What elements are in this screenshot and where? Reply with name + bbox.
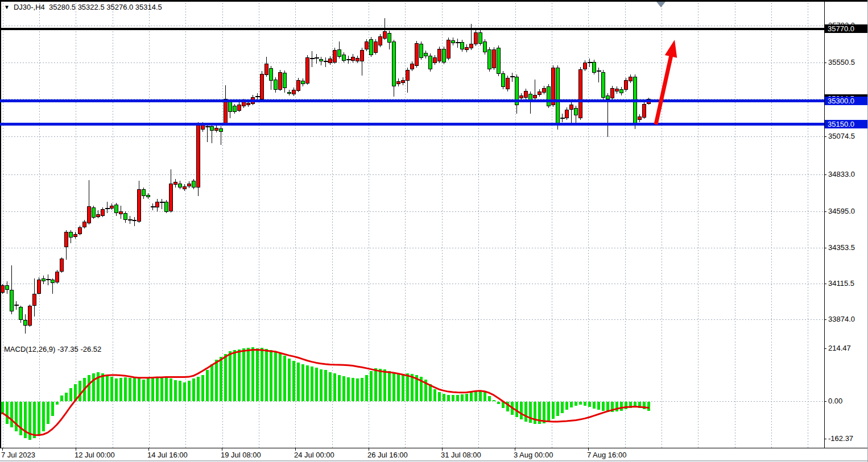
macd-histogram-bar xyxy=(28,402,31,440)
candle-body xyxy=(224,99,228,124)
macd-histogram-bar xyxy=(74,384,77,401)
time-label: 14 Jul 16:00 xyxy=(147,451,188,459)
candle-body xyxy=(583,63,587,69)
level-line-35770.0[interactable] xyxy=(0,28,824,30)
candle-body xyxy=(23,320,27,326)
candle-body xyxy=(260,74,264,99)
time-label: 7 Aug 16:00 xyxy=(587,451,626,459)
macd-histogram-bar xyxy=(361,378,363,401)
macd-histogram-bar xyxy=(552,402,555,419)
macd-histogram-bar xyxy=(502,402,505,408)
frame-border-bottom xyxy=(0,460,868,461)
time-label: 24 Jul 00:00 xyxy=(294,451,334,459)
main-chart-plot[interactable]: ▼DJ30-,H4 35280.5 35322.5 35276.0 35314.… xyxy=(0,0,824,339)
macd-v-gridline xyxy=(662,342,662,448)
macd-v-gridline xyxy=(698,342,698,448)
macd-histogram-bar xyxy=(615,402,618,411)
candle-body xyxy=(69,232,73,238)
v-gridline xyxy=(808,0,808,339)
trend-arrow[interactable] xyxy=(656,40,677,124)
v-gridline xyxy=(222,0,223,339)
candle-body xyxy=(360,50,364,61)
candle-body xyxy=(196,124,200,188)
macd-histogram-bar xyxy=(224,354,227,401)
candle-body xyxy=(123,213,127,220)
macd-histogram-bar xyxy=(279,353,282,401)
macd-histogram-bar xyxy=(256,348,259,401)
h-gridline xyxy=(0,26,824,26)
macd-histogram-bar xyxy=(311,367,313,401)
price-axis[interactable]: 35792.035550.535074.534833.034595.034353… xyxy=(824,0,868,448)
macd-histogram-bar xyxy=(474,390,477,401)
macd-histogram-bar xyxy=(333,373,336,401)
candle-body xyxy=(51,280,55,283)
macd-histogram-bar xyxy=(452,395,454,401)
v-gridline xyxy=(515,0,516,339)
candle-body xyxy=(178,184,182,188)
macd-histogram-bar xyxy=(1,402,4,414)
macd-histogram-bar xyxy=(456,395,459,401)
candle-body xyxy=(183,186,187,189)
macd-histogram-bar xyxy=(142,380,145,401)
macd-histogram-bar xyxy=(78,381,81,401)
candle-body xyxy=(5,285,9,290)
candle-body xyxy=(1,285,5,293)
candle-body xyxy=(501,73,505,87)
macd-histogram-bar xyxy=(160,377,163,401)
v-gridline xyxy=(295,0,296,339)
macd-v-gridline xyxy=(515,342,516,448)
candle-body xyxy=(219,128,223,132)
axis-border xyxy=(824,0,825,448)
macd-axis-label: 0.00 xyxy=(828,397,842,405)
macd-histogram-bar xyxy=(183,382,186,401)
candle-body xyxy=(142,189,146,196)
candle-doji xyxy=(160,202,164,203)
macd-histogram-bar xyxy=(643,402,646,409)
macd-histogram-bar xyxy=(488,396,491,401)
macd-v-gridline xyxy=(332,342,333,448)
level-line-35300.0[interactable] xyxy=(0,99,824,102)
time-axis[interactable]: 7 Jul 202312 Jul 00:0014 Jul 16:0019 Jul… xyxy=(0,448,868,461)
h-gridline xyxy=(0,136,824,137)
macd-histogram-bar xyxy=(597,402,600,410)
candle-body xyxy=(114,205,118,213)
candle-body xyxy=(82,222,86,227)
macd-histogram-bar xyxy=(6,402,9,424)
candle-body xyxy=(228,101,232,112)
macd-histogram-bar xyxy=(329,372,332,401)
candle-body xyxy=(396,81,400,84)
macd-histogram-bar xyxy=(342,376,345,401)
candle-body xyxy=(469,44,473,48)
candle-body xyxy=(487,49,491,69)
candle-body xyxy=(337,49,341,57)
candle-doji xyxy=(46,279,51,280)
candle-body xyxy=(319,59,323,61)
level-line-35150.0[interactable] xyxy=(0,123,824,126)
h-gridline xyxy=(0,174,824,175)
macd-histogram-bar xyxy=(443,394,445,401)
macd-histogram-bar xyxy=(297,363,300,401)
macd-histogram-bar xyxy=(101,373,104,401)
macd-histogram-bar xyxy=(42,402,45,431)
macd-panel[interactable]: MACD(12,26,9) -37.35 -26.52 xyxy=(0,342,824,448)
candle-body xyxy=(365,41,369,49)
h-gridline xyxy=(0,319,824,320)
macd-histogram-bar xyxy=(15,402,18,431)
time-label: 7 Jul 2023 xyxy=(1,451,35,459)
candle-body xyxy=(451,40,455,43)
macd-histogram-bar xyxy=(461,394,464,401)
macd-histogram-bar xyxy=(133,378,136,401)
v-gridline xyxy=(149,0,150,339)
candle-wick xyxy=(162,199,162,209)
candle-body xyxy=(478,32,482,44)
candle-body xyxy=(233,106,237,112)
candle-body xyxy=(610,88,614,98)
candle-doji xyxy=(310,58,315,59)
candle-body xyxy=(601,72,605,98)
candle-body xyxy=(592,62,596,73)
candle-body xyxy=(64,232,68,247)
macd-indicator-label: MACD(12,26,9) -37.35 -26.52 xyxy=(4,345,101,353)
price-label: 35074.5 xyxy=(828,132,855,140)
candle-body xyxy=(10,290,14,311)
level-price-badge: 35300.0 xyxy=(825,97,867,105)
